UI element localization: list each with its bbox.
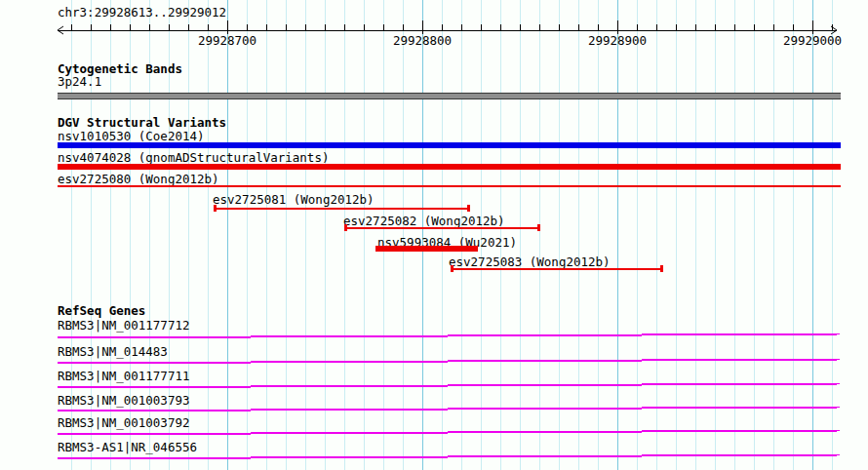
gridline: [286, 0, 287, 470]
genome-browser-panel: chr3:29928613..29929012 2992870029928800…: [0, 0, 868, 470]
range-line: [346, 227, 538, 229]
range-line: [453, 268, 661, 270]
cytoband-label[interactable]: 3p24.1: [58, 76, 101, 88]
gridline: [520, 0, 521, 470]
gridline: [305, 0, 306, 470]
gridline: [676, 0, 677, 470]
gene-label[interactable]: RBMS3-AS1|NR_046556: [58, 442, 197, 453]
range-left-cap: [451, 265, 454, 272]
gridline: [812, 0, 813, 470]
gene-line[interactable]: [58, 360, 840, 364]
gridline: [247, 0, 248, 470]
gridline: [598, 0, 599, 470]
gridline: [773, 0, 774, 470]
range-right-cap: [467, 205, 470, 212]
ruler-tick-label: 29928700: [198, 35, 256, 47]
gene-line[interactable]: [58, 334, 840, 338]
range-left-cap: [344, 224, 347, 231]
gridline: [832, 0, 833, 470]
gridline: [695, 0, 696, 470]
range-line: [216, 208, 468, 210]
gridline: [617, 0, 618, 470]
variant-range[interactable]: [344, 224, 540, 231]
gene-line[interactable]: [58, 384, 840, 388]
ruler-tick-label: 29929000: [783, 35, 842, 47]
gridline: [325, 0, 326, 470]
gridline: [208, 0, 209, 470]
gridline: [754, 0, 755, 470]
variant-range[interactable]: [451, 265, 663, 272]
variant-bar[interactable]: [58, 142, 841, 148]
variant-bar[interactable]: [375, 246, 478, 252]
variant-label[interactable]: esv2725080 (Wong2012b): [58, 174, 219, 185]
gene-label[interactable]: RBMS3|NM_001177712: [58, 320, 189, 332]
gridline: [578, 0, 579, 470]
range-left-cap: [214, 205, 217, 212]
gridline: [793, 0, 794, 470]
track-header-refseq: RefSeq Genes: [58, 305, 145, 317]
gene-line[interactable]: [58, 455, 840, 459]
gridline: [227, 0, 228, 470]
gene-label[interactable]: RBMS3|NM_001177711: [58, 371, 189, 382]
gene-label[interactable]: RBMS3|NM_001003793: [58, 395, 189, 407]
range-right-cap: [660, 265, 663, 272]
gridline: [266, 0, 267, 470]
gridline: [539, 0, 540, 470]
axis-arrow-left: [58, 30, 63, 34]
ruler-tick-label: 29928800: [393, 35, 452, 47]
variant-range[interactable]: [214, 205, 470, 212]
gridline: [656, 0, 657, 470]
gridline: [344, 0, 345, 470]
gridline: [559, 0, 560, 470]
gene-line-strip: [58, 356, 841, 366]
range-right-cap: [537, 224, 540, 231]
variant-label[interactable]: nsv4074028 (gnomADStructuralVariants): [58, 152, 329, 164]
gene-line[interactable]: [58, 408, 840, 411]
gridline: [364, 0, 365, 470]
variant-bar[interactable]: [58, 164, 841, 170]
region-label: chr3:29928613..29929012: [58, 7, 226, 19]
cytoband-bar[interactable]: [58, 93, 841, 99]
variant-label[interactable]: nsv1010530 (Coe2014): [58, 131, 205, 142]
gridline: [637, 0, 638, 470]
gridline: [734, 0, 735, 470]
variant-line[interactable]: [58, 185, 841, 187]
gene-line[interactable]: [58, 431, 840, 435]
ruler-tick-label: 29928900: [588, 35, 647, 47]
track-header-dgv: DGV Structural Variants: [58, 117, 226, 129]
gene-label[interactable]: RBMS3|NM_014483: [58, 346, 168, 358]
gridline: [715, 0, 716, 470]
gene-label[interactable]: RBMS3|NM_001003792: [58, 417, 189, 429]
axis-arrow-left: [58, 26, 63, 30]
